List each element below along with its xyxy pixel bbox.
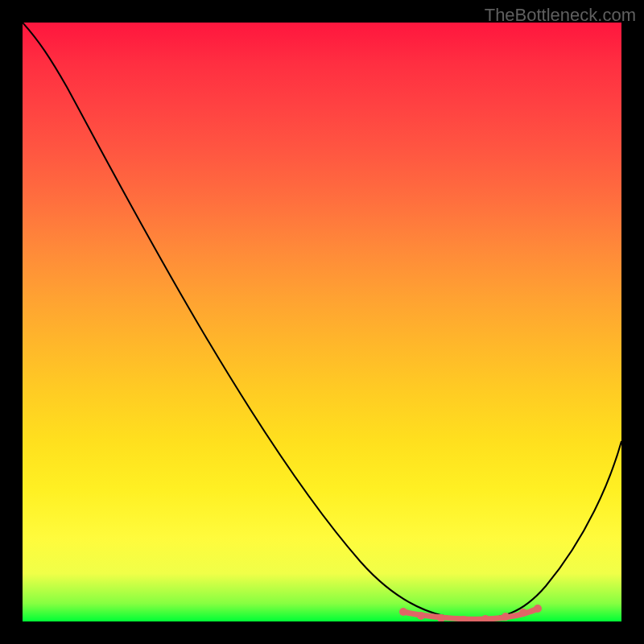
marker-dot [481, 615, 489, 621]
watermark-text: TheBottleneck.com [485, 5, 636, 26]
marker-dot [502, 613, 510, 621]
marker-dot [399, 608, 407, 616]
marker-dot [534, 605, 542, 613]
optimal-zone-markers [23, 23, 621, 621]
marker-dot [519, 609, 527, 617]
chart-plot-area [23, 23, 621, 621]
marker-dot [417, 612, 425, 620]
